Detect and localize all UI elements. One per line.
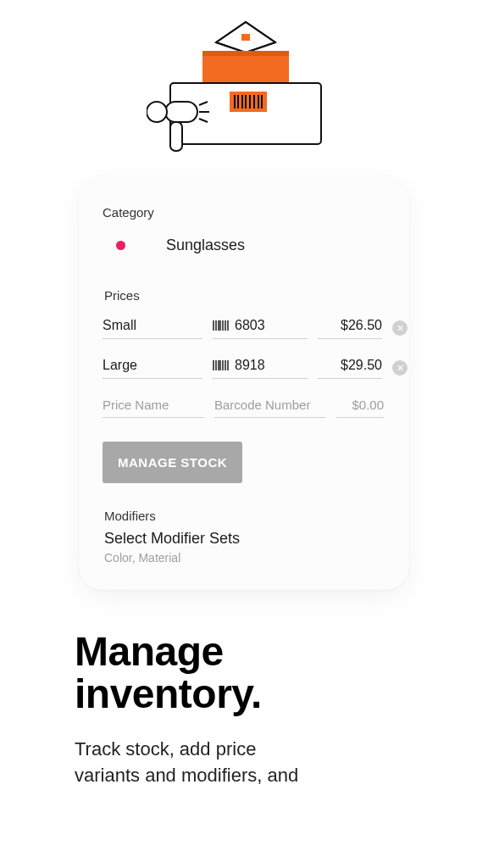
- page: Category Sunglasses Prices Small: [0, 0, 488, 868]
- category-row[interactable]: Sunglasses: [103, 236, 385, 254]
- barcode-icon: [213, 320, 230, 331]
- modifiers-label: Modifiers: [104, 509, 385, 523]
- price-amount-input[interactable]: $29.50: [318, 358, 382, 379]
- delete-price-button[interactable]: ✕: [392, 320, 408, 336]
- page-headline: Manage inventory.: [75, 631, 396, 716]
- price-row: Large 8918: [103, 358, 385, 379]
- price-barcode-input[interactable]: 6803: [213, 318, 308, 339]
- new-price-row: Price Name Barcode Number $0.00: [103, 398, 385, 418]
- manage-stock-button[interactable]: MANAGE STOCK: [103, 442, 242, 483]
- category-label: Category: [103, 205, 385, 220]
- barcode-icon: [213, 359, 230, 371]
- prices-label: Prices: [104, 288, 385, 303]
- stacked-packages-icon: [147, 15, 341, 159]
- price-rows: Small 6803: [103, 318, 385, 418]
- page-subhead: Track stock, add price variants and modi…: [75, 737, 396, 789]
- svg-rect-3: [202, 51, 289, 56]
- svg-rect-28: [213, 359, 230, 371]
- price-amount-input[interactable]: $26.50: [318, 318, 382, 339]
- delete-price-button[interactable]: ✕: [392, 360, 408, 376]
- product-card: Category Sunglasses Prices Small: [79, 176, 409, 590]
- close-icon: ✕: [396, 324, 404, 333]
- price-name-input[interactable]: Large: [103, 358, 202, 379]
- price-name-input[interactable]: Small: [103, 318, 202, 339]
- svg-rect-1: [241, 34, 250, 41]
- marketing-copy: Manage inventory. Track stock, add price…: [75, 631, 396, 788]
- svg-rect-14: [165, 102, 197, 122]
- svg-point-15: [147, 102, 167, 122]
- select-modifier-sets[interactable]: Select Modifier Sets: [104, 530, 385, 548]
- modifier-sets-subtitle: Color, Material: [104, 551, 385, 565]
- new-price-name-input[interactable]: Price Name: [103, 398, 204, 418]
- category-color-dot: [116, 241, 125, 250]
- price-barcode-input[interactable]: 8918: [213, 358, 308, 379]
- new-price-amount-input[interactable]: $0.00: [336, 398, 384, 418]
- category-name: Sunglasses: [166, 236, 245, 254]
- hero-illustration: [0, 15, 488, 168]
- price-row: Small 6803: [103, 318, 385, 339]
- svg-rect-20: [213, 320, 230, 331]
- svg-rect-16: [170, 122, 182, 151]
- close-icon: ✕: [396, 364, 404, 373]
- new-price-barcode-input[interactable]: Barcode Number: [214, 398, 326, 418]
